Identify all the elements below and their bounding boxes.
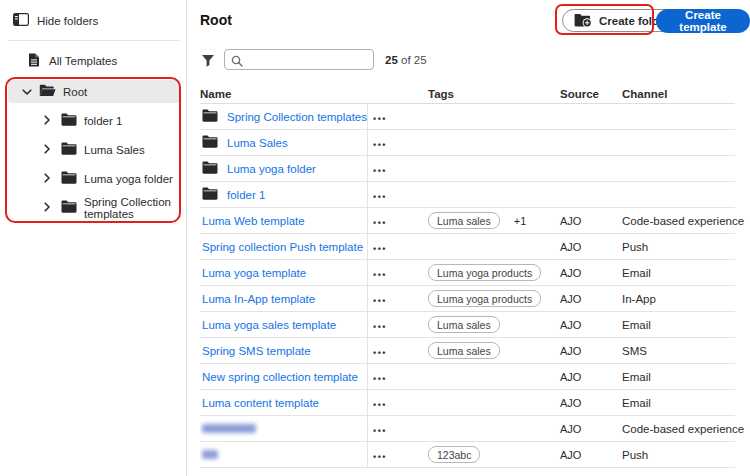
channel-cell: Push [612,241,735,253]
sidebar-item-root[interactable]: Root [8,80,180,103]
source-cell: AJO [548,423,612,435]
channel-cell: Email [612,371,735,383]
tags-cell: Luma sales [420,316,548,333]
template-link[interactable]: Luma In-App template [202,293,315,305]
name-cell: Spring Collection templates [200,104,368,129]
sidebar-divider [8,40,180,41]
more-cell: ••• [368,342,420,360]
name-cell: Luma Web template [200,208,368,233]
more-cell: ••• [368,108,420,126]
redacted-name-link[interactable] [202,424,256,433]
tag-badge: Luma sales [428,316,500,333]
search-input[interactable] [224,49,374,70]
folder-icon [61,171,77,186]
name-cell: Spring SMS template [200,338,368,363]
more-actions-button[interactable]: ••• [373,114,387,124]
table-row: Spring SMS template•••Luma salesAJOSMS [200,338,735,364]
sidebar-item-luma-yoga-folder[interactable]: Luma yoga folder [0,164,187,193]
folder-icon [202,160,218,178]
more-actions-button[interactable]: ••• [373,192,387,202]
tag-badge: Luma sales [428,212,500,229]
result-count-value: 25 [385,54,398,66]
template-link[interactable]: Spring SMS template [202,345,311,357]
chevron-right-icon [44,144,51,156]
template-link[interactable]: New spring collection template [202,371,358,383]
folder-link[interactable]: Luma yoga folder [227,163,316,175]
source-cell: AJO [548,449,612,461]
column-header-tags: Tags [420,88,548,100]
channel-cell: Email [612,319,735,331]
folder-link[interactable]: Luma Sales [227,137,288,149]
templates-page: Hide folders All Templates Root folder 1… [0,0,750,476]
name-cell: Spring collection Push template [200,234,368,259]
more-actions-button[interactable]: ••• [373,452,387,462]
panel-left-icon [13,13,29,28]
folder-link[interactable]: Spring Collection templates [227,111,367,123]
filter-button[interactable] [199,53,217,71]
folder-link[interactable]: folder 1 [227,189,265,201]
channel-cell: Push [612,449,735,461]
name-cell: Luma yoga template [200,260,368,285]
folder-icon [202,108,218,126]
template-link[interactable]: Luma content template [202,397,319,409]
name-cell: Luma yoga folder [200,156,368,181]
more-cell: ••• [368,446,420,464]
table-row: •••AJOCode-based experience [200,416,735,442]
more-actions-button[interactable]: ••• [373,296,387,306]
more-actions-button[interactable]: ••• [373,322,387,332]
table-row: New spring collection template•••AJOEmai… [200,364,735,390]
table-row: Luma Web template•••Luma sales+1AJOCode-… [200,208,735,234]
hide-folders-button[interactable]: Hide folders [13,13,98,28]
channel-cell: In-App [612,293,735,305]
more-cell: ••• [368,160,420,178]
sidebar-item-label: folder 1 [84,115,122,127]
more-actions-button[interactable]: ••• [373,166,387,176]
tag-badge: Luma yoga products [428,290,541,307]
source-cell: AJO [548,293,612,305]
filter-funnel-icon [201,56,215,71]
more-actions-button[interactable]: ••• [373,244,387,254]
source-cell: AJO [548,215,612,227]
sidebar-item-luma-sales[interactable]: Luma Sales [0,135,187,164]
table-row: •••123abcAJOPush [200,442,735,468]
name-cell: New spring collection template [200,364,368,389]
column-header-source: Source [548,88,612,100]
more-cell: ••• [368,394,420,412]
sidebar-item-all-templates[interactable]: All Templates [28,52,117,70]
more-actions-button[interactable]: ••• [373,140,387,150]
table-row: Spring collection Push template•••AJOPus… [200,234,735,260]
tags-cell: Luma yoga products [420,290,548,307]
more-cell: ••• [368,316,420,334]
folder-icon [61,142,77,157]
tags-cell: Luma sales [420,342,548,359]
table-row: folder 1••• [200,182,735,208]
all-templates-label: All Templates [49,55,117,67]
more-actions-button[interactable]: ••• [373,218,387,228]
name-cell [200,442,368,467]
template-link[interactable]: Spring collection Push template [202,241,363,253]
folder-icon [202,134,218,152]
template-link[interactable]: Luma yoga sales template [202,319,336,331]
document-icon [28,53,40,69]
template-link[interactable]: Luma Web template [202,215,305,227]
more-cell: ••• [368,212,420,230]
sidebar-item-spring-collection-templates[interactable]: Spring Collection templates [0,193,187,222]
more-actions-button[interactable]: ••• [373,426,387,436]
name-cell: Luma content template [200,390,368,415]
table-row: Luma content template•••AJOEmail [200,390,735,416]
source-cell: AJO [548,397,612,409]
more-actions-button[interactable]: ••• [373,374,387,384]
more-actions-button[interactable]: ••• [373,348,387,358]
more-cell: ••• [368,290,420,308]
source-cell: AJO [548,267,612,279]
tag-overflow-count: +1 [514,215,527,227]
template-link[interactable]: Luma yoga template [202,267,306,279]
create-template-button[interactable]: Create template [656,9,750,33]
more-actions-button[interactable]: ••• [373,270,387,280]
name-cell: Luma Sales [200,130,368,155]
more-actions-button[interactable]: ••• [373,400,387,410]
root-children: folder 1Luma SalesLuma yoga folderSpring… [0,106,187,222]
redacted-name-link[interactable] [202,450,218,459]
more-cell: ••• [368,238,420,256]
sidebar-item-folder-1[interactable]: folder 1 [0,106,187,135]
